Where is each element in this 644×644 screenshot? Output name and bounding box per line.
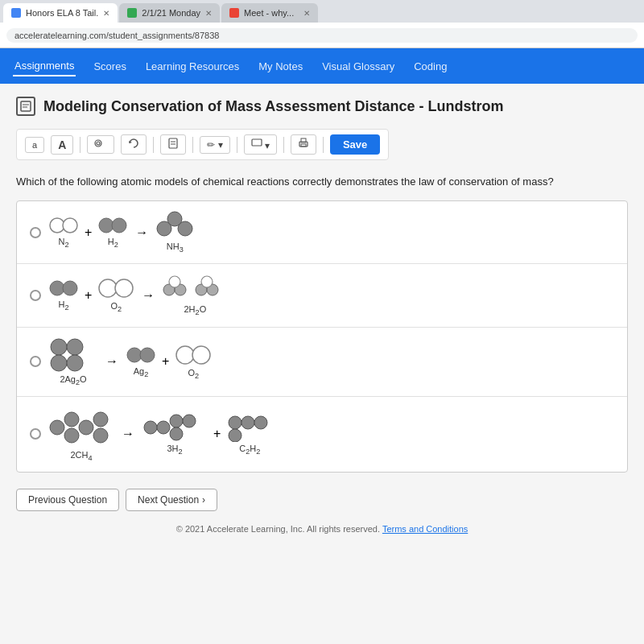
nav-buttons: Previous Question Next Question › (16, 489, 628, 511)
tab-close-1[interactable]: ✕ (103, 9, 109, 18)
tab-label-2: 2/1/21 Monday (142, 8, 200, 18)
highlight-button[interactable]: ▾ (244, 134, 277, 155)
label-3h2: 3H2 (167, 444, 182, 456)
footer-text: © 2021 Accelerate Learning, Inc. All rig… (176, 524, 380, 534)
nav-scores[interactable]: Scores (92, 57, 127, 76)
next-question-button[interactable]: Next Question › (126, 489, 217, 511)
arrow-c: → (105, 354, 118, 369)
tab-icon-3 (229, 8, 239, 18)
radio-b[interactable] (30, 290, 41, 301)
label-h2-b: H2 (58, 299, 68, 312)
svg-point-13 (63, 218, 77, 233)
pencil-button[interactable]: ✏ ▾ (200, 136, 229, 154)
molecule-n2: N2 (49, 216, 78, 249)
radio-a[interactable] (30, 227, 41, 238)
footer-link[interactable]: Terms and Conditions (382, 524, 468, 534)
svg-point-48 (229, 416, 242, 429)
toolbar-divider-1 (80, 137, 80, 153)
nav-visual-glossary[interactable]: Visual Glossary (320, 57, 396, 76)
svg-point-37 (50, 420, 64, 435)
svg-point-43 (144, 421, 157, 434)
font-large-button[interactable]: A (51, 135, 73, 155)
molecule-2h2o: 2H2O (163, 274, 227, 316)
save-button[interactable]: Save (330, 134, 380, 155)
toolbar-divider-5 (283, 137, 284, 153)
print-button[interactable] (291, 134, 316, 155)
tab-label-1: Honors ELA 8 Tail. (26, 8, 98, 18)
svg-point-47 (170, 427, 183, 440)
svg-point-36 (192, 346, 210, 364)
label-2h2o: 2H2O (184, 304, 206, 316)
option-d[interactable]: 2CH4 → 3H2 + (17, 397, 627, 472)
refresh-button[interactable] (121, 134, 147, 155)
prev-label: Previous Question (28, 494, 107, 506)
question-text: Which of the following atomic models of … (16, 175, 628, 189)
svg-point-21 (99, 279, 117, 297)
footer: © 2021 Accelerate Learning, Inc. All rig… (16, 524, 628, 534)
svg-point-29 (51, 339, 67, 355)
tab-icon-2 (127, 8, 137, 18)
svg-point-28 (201, 276, 213, 287)
svg-point-44 (157, 421, 170, 434)
svg-rect-11 (301, 144, 306, 147)
label-h2-a: H2 (108, 237, 118, 249)
nav-assignments[interactable]: Assignments (13, 56, 76, 76)
browser-tabs: Honors ELA 8 Tail. ✕ 2/1/21 Monday ✕ Mee… (0, 0, 644, 23)
svg-point-51 (229, 429, 242, 442)
svg-point-34 (140, 348, 155, 362)
radio-d[interactable] (30, 428, 41, 440)
prev-question-button[interactable]: Previous Question (16, 489, 119, 511)
svg-point-40 (79, 420, 93, 435)
svg-point-32 (67, 355, 83, 371)
svg-rect-8 (252, 139, 262, 146)
plus-c: + (162, 354, 169, 369)
molecule-3h2: 3H2 (142, 413, 207, 456)
svg-point-19 (50, 281, 64, 295)
tab-3[interactable]: Meet - why... ✕ (221, 3, 318, 23)
radio-c[interactable] (30, 356, 41, 367)
diagram-d: 2CH4 → 3H2 + (49, 407, 614, 462)
option-a[interactable]: N2 + H2 → (17, 201, 627, 264)
tab-2[interactable]: 2/1/21 Monday ✕ (119, 3, 220, 23)
tab-active[interactable]: Honors ELA 8 Tail. ✕ (3, 3, 118, 23)
svg-point-35 (176, 346, 194, 364)
svg-point-15 (112, 218, 126, 233)
svg-point-41 (93, 412, 108, 427)
toolbar: a A ✏ ▾ ▾ Save (16, 129, 389, 160)
nav-my-notes[interactable]: My Notes (257, 57, 304, 76)
nav-learning-resources[interactable]: Learning Resources (144, 57, 241, 76)
page-title: Modeling Conservation of Mass Assessment… (43, 98, 503, 115)
tab-close-2[interactable]: ✕ (205, 9, 212, 18)
font-small-button[interactable]: a (25, 137, 44, 153)
molecule-h2-a: H2 (98, 216, 127, 249)
toolbar-divider-3 (192, 137, 193, 153)
attachment-button[interactable] (160, 134, 186, 155)
tab-label-3: Meet - why... (244, 8, 294, 18)
svg-point-49 (242, 416, 254, 429)
label-2ch4: 2CH4 (70, 450, 92, 462)
svg-point-3 (95, 140, 101, 147)
assignment-icon (16, 97, 35, 116)
svg-point-22 (115, 279, 133, 297)
tab-close-3[interactable]: ✕ (303, 9, 310, 18)
diagram-a: N2 + H2 → (49, 211, 614, 254)
molecule-o2-b: O2 (98, 277, 134, 313)
address-bar[interactable]: acceleratelearning.com/student_assignmen… (6, 28, 638, 43)
label-n2: N2 (58, 237, 68, 249)
main-content: Modeling Conservation of Mass Assessment… (0, 84, 644, 644)
audio-button[interactable] (87, 135, 114, 154)
label-o2-b: O2 (111, 301, 122, 313)
svg-point-38 (64, 412, 79, 427)
svg-point-4 (97, 142, 100, 145)
option-b[interactable]: H2 + O2 → (17, 264, 627, 327)
molecule-ag2: Ag2 (126, 345, 155, 378)
nav-coding[interactable]: Coding (412, 57, 448, 76)
option-c[interactable]: 2Ag2O → Ag2 + (17, 328, 627, 397)
label-o2-c: O2 (188, 368, 200, 380)
next-arrow-icon: › (202, 494, 205, 506)
svg-point-33 (127, 348, 142, 362)
svg-point-20 (63, 281, 77, 295)
svg-point-25 (169, 276, 180, 287)
svg-point-45 (170, 415, 183, 427)
molecule-o2-c: O2 (175, 344, 211, 380)
